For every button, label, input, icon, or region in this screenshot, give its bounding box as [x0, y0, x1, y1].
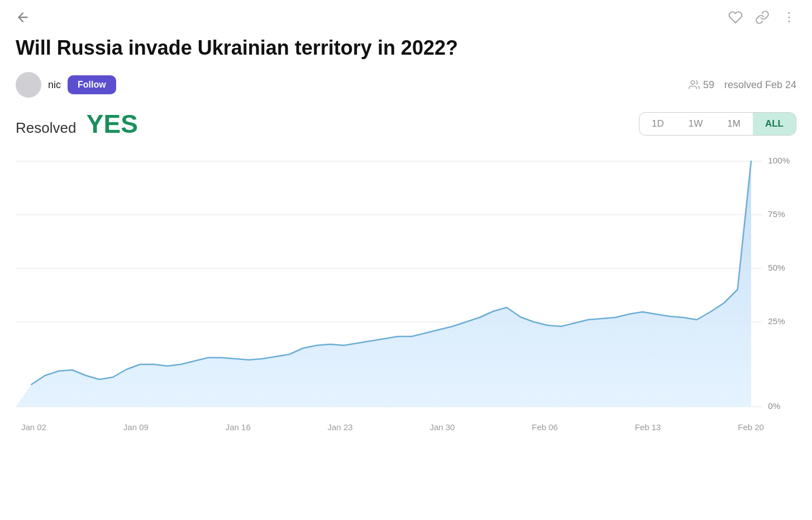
y-label-25: 25%: [768, 316, 785, 326]
resolution-section: Resolved YES: [16, 109, 138, 139]
time-btn-1m[interactable]: 1M: [715, 113, 753, 135]
time-range-selector: 1D 1W 1M ALL: [639, 112, 796, 136]
x-label-jan23: Jan 23: [328, 422, 353, 432]
y-label-0: 0%: [768, 401, 780, 411]
back-button[interactable]: [16, 10, 30, 25]
svg-point-3: [691, 81, 695, 85]
time-btn-1d[interactable]: 1D: [639, 113, 676, 135]
resolved-date: resolved Feb 24: [724, 79, 796, 91]
followers-icon: [689, 79, 700, 90]
avatar: [16, 72, 41, 98]
svg-point-0: [788, 12, 790, 14]
x-label-jan16: Jan 16: [226, 422, 251, 432]
x-label-feb13: Feb 13: [635, 422, 661, 432]
resolved-label: Resolved: [16, 119, 76, 136]
svg-point-1: [788, 16, 790, 18]
time-btn-1w[interactable]: 1W: [676, 113, 715, 135]
like-button[interactable]: [728, 10, 743, 25]
right-meta: 59 resolved Feb 24: [689, 79, 796, 91]
y-label-50: 50%: [768, 263, 785, 272]
follow-button[interactable]: Follow: [68, 75, 116, 94]
svg-point-2: [788, 21, 790, 22]
more-button[interactable]: [782, 10, 796, 25]
link-button[interactable]: [755, 10, 770, 25]
top-actions: [728, 10, 796, 25]
author-section: nic Follow: [16, 72, 116, 98]
meta-row: nic Follow 59 resolved Feb 24: [0, 72, 812, 107]
x-axis-labels: Jan 02 Jan 09 Jan 16 Jan 23 Jan 30 Feb 0…: [16, 418, 796, 432]
followers-count: 59: [689, 79, 714, 91]
chart-container: 100% 75% 50% 25% 0% Jan 02 Jan 09 Jan 16…: [0, 150, 812, 432]
page-title: Will Russia invade Ukrainian territory i…: [0, 30, 812, 72]
time-btn-all[interactable]: ALL: [753, 113, 796, 135]
x-label-jan02: Jan 02: [21, 422, 46, 432]
resolved-row: Resolved YES 1D 1W 1M ALL: [0, 107, 812, 145]
resolution-value: YES: [87, 109, 138, 138]
y-label-75: 75%: [768, 209, 785, 219]
chart-wrap: 100% 75% 50% 25% 0%: [16, 150, 796, 418]
x-label-jan09: Jan 09: [123, 422, 149, 432]
top-bar: [0, 0, 812, 30]
y-label-100: 100%: [768, 156, 790, 165]
x-label-feb20: Feb 20: [738, 422, 764, 432]
x-label-feb06: Feb 06: [532, 422, 558, 432]
followers-number: 59: [703, 79, 714, 91]
x-label-jan30: Jan 30: [429, 422, 455, 432]
probability-chart: 100% 75% 50% 25% 0%: [16, 150, 796, 418]
author-name: nic: [48, 79, 61, 91]
